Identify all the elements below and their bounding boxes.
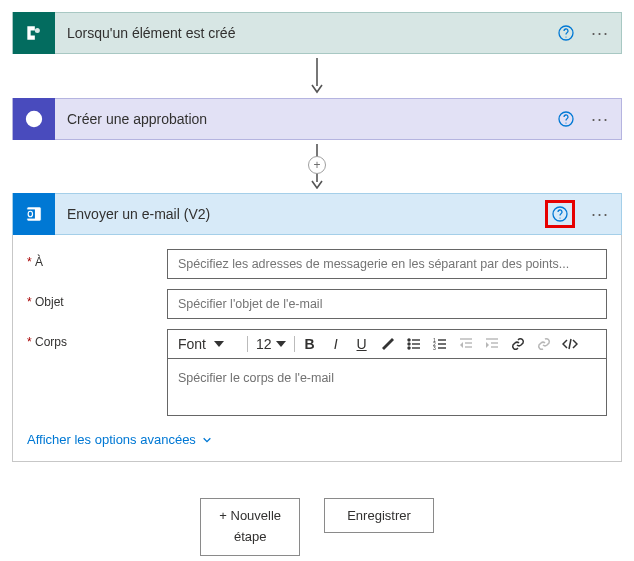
font-size-select[interactable]: 12 [252,336,295,352]
more-menu-icon[interactable]: ··· [587,106,613,132]
field-body: * Corps Font 12 B I U [27,329,607,416]
step-title: Lorsqu'un élément est créé [67,25,545,41]
chevron-down-icon [202,435,212,445]
body-editor[interactable]: Spécifier le corps de l'e-mail [167,358,607,416]
unlink-icon[interactable] [533,333,555,355]
more-menu-icon[interactable]: ··· [587,20,613,46]
code-view-icon[interactable] [559,333,581,355]
link-icon[interactable] [507,333,529,355]
step-sharepoint[interactable]: Lorsqu'un élément est créé ··· [12,12,622,54]
to-input[interactable] [167,249,607,279]
advanced-options-link[interactable]: Afficher les options avancées [27,432,212,447]
outlook-icon [13,193,55,235]
step-approval[interactable]: Créer une approbation ··· [12,98,622,140]
email-form-panel: * À * Objet * Corps Font 12 B I U [12,235,622,462]
svg-point-17 [408,343,410,345]
help-icon[interactable] [557,110,575,128]
step-title: Créer une approbation [67,111,545,127]
chevron-down-icon [214,341,224,347]
svg-point-2 [565,36,566,37]
help-icon[interactable] [557,24,575,42]
font-color-icon[interactable] [377,333,399,355]
step-title: Envoyer un e-mail (V2) [67,206,533,222]
field-to: * À [27,249,607,279]
step-email[interactable]: Envoyer un e-mail (V2) ··· [12,193,622,235]
connector-arrow [12,58,622,94]
body-label: * Corps [27,329,167,349]
outdent-icon[interactable] [455,333,477,355]
bottom-actions: + Nouvelle étape Enregistrer [12,498,622,556]
numbered-list-icon[interactable]: 123 [429,333,451,355]
highlight-help [545,200,575,228]
svg-point-15 [408,339,410,341]
field-subject: * Objet [27,289,607,319]
new-step-button[interactable]: + Nouvelle étape [200,498,300,556]
bullet-list-icon[interactable] [403,333,425,355]
help-icon[interactable] [551,205,569,223]
editor-toolbar: Font 12 B I U 123 [167,329,607,358]
subject-label: * Objet [27,289,167,309]
svg-point-19 [408,347,410,349]
connector-with-add: + [12,144,622,189]
svg-line-33 [569,339,571,349]
bold-icon[interactable]: B [299,333,321,355]
svg-point-14 [559,217,560,218]
italic-icon[interactable]: I [325,333,347,355]
approval-icon [13,98,55,140]
sharepoint-icon [13,12,55,54]
font-select[interactable]: Font [174,336,248,352]
svg-point-6 [565,122,566,123]
save-button[interactable]: Enregistrer [324,498,434,533]
subject-input[interactable] [167,289,607,319]
add-step-icon[interactable]: + [308,156,326,174]
to-label: * À [27,249,167,269]
svg-text:3: 3 [433,345,436,351]
chevron-down-icon [276,341,286,347]
underline-icon[interactable]: U [351,333,373,355]
svg-point-0 [35,28,40,33]
indent-icon[interactable] [481,333,503,355]
more-menu-icon[interactable]: ··· [587,201,613,227]
